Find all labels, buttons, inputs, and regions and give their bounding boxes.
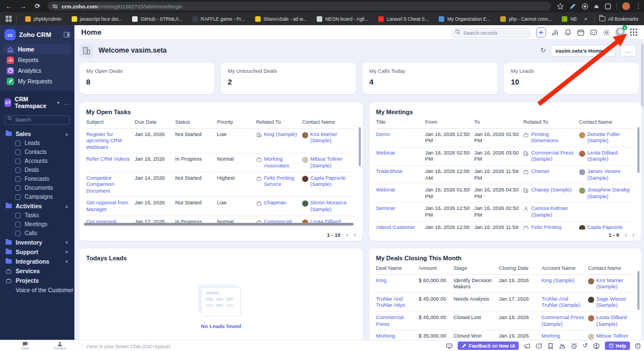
vertical-scrollbar[interactable] <box>637 127 640 173</box>
zia-face-icon[interactable] <box>535 343 542 349</box>
record-link[interactable]: Mitsue Tollner <box>596 333 628 340</box>
record-link[interactable]: Chemel <box>531 169 549 175</box>
smart-chat-input[interactable] <box>87 341 446 351</box>
record-link[interactable]: Chapman <box>264 200 286 207</box>
record-link[interactable]: Printing Dimensions <box>531 132 575 144</box>
bookmark-item-phpmyadmin[interactable]: phpMyAdmin <box>21 15 65 23</box>
record-link[interactable]: Feltz Printing Service <box>531 224 575 230</box>
tab-groups-icon[interactable] <box>6 16 12 22</box>
help-button[interactable]: ? Help <box>605 341 630 350</box>
apps-grid-icon[interactable] <box>630 29 637 36</box>
feedback-new-ui-button[interactable]: Feedback on New UI <box>458 341 519 350</box>
column-header-account-name[interactable]: Account Name <box>542 265 588 272</box>
record-link[interactable]: Demo <box>376 132 390 137</box>
record-link[interactable]: Truhlar And Truhlar (Sample) <box>542 296 580 308</box>
column-header-contact-name[interactable]: Contact Name <box>579 119 634 126</box>
column-header-deal-name[interactable]: Deal Name <box>376 265 419 272</box>
record-link[interactable]: Mitsue Tollner (Sample) <box>311 156 352 169</box>
ribbon-icon[interactable] <box>547 343 554 349</box>
record-link[interactable]: Simon Morasca (Sample) <box>311 200 352 213</box>
calculator-icon[interactable] <box>635 343 641 349</box>
person-circle-icon[interactable] <box>593 343 600 349</box>
chat-icon[interactable] <box>590 29 598 36</box>
bookmark-item-javascript-face-det[interactable]: javascript face det... <box>68 15 126 23</box>
record-link[interactable]: Feltz Printing Service <box>264 175 298 188</box>
bookmark-item-neon-microsoft[interactable]: NEON - Microsoft... <box>558 15 577 23</box>
sidebar-search-input[interactable] <box>4 115 70 125</box>
column-header-due-date[interactable]: Due Date <box>135 119 175 126</box>
zia-peaks-icon[interactable] <box>559 343 566 349</box>
record-link[interactable]: Webinar <box>376 150 395 156</box>
sidebar-item-home[interactable]: Home <box>3 44 71 54</box>
sidebar-item-analytics[interactable]: Analytics <box>3 65 71 76</box>
site-settings-icon[interactable] <box>52 3 58 10</box>
sidebar-section-voice-of-the-customer[interactable]: Voice of the Customer <box>0 286 74 295</box>
column-header-amount[interactable]: Amount <box>419 265 453 272</box>
sidebar-collapse-icon[interactable] <box>64 32 70 38</box>
record-link[interactable]: King (Sample) <box>542 278 575 283</box>
record-link[interactable]: James Venere (Sample) <box>587 169 631 181</box>
record-link[interactable]: Kris Marrier (Sample) <box>596 278 631 291</box>
sidebar-item-calls[interactable]: Calls <box>0 229 74 238</box>
bookmark-item-laravel-5-cheat-s[interactable]: Laravel 5 Cheat S... <box>374 15 433 23</box>
dashboard-more-button[interactable]: ... <box>620 45 636 57</box>
record-link[interactable]: Seminar <box>376 205 396 211</box>
all-bookmarks-button[interactable]: All Bookmarks <box>599 16 638 22</box>
record-link[interactable]: Donette Foller (Sample) <box>587 132 631 144</box>
vertical-scrollbar[interactable] <box>637 271 640 310</box>
user-avatar[interactable]: 1 <box>615 27 625 37</box>
extensions-icon[interactable] <box>604 3 612 10</box>
address-bar[interactable]: crm.zoho.com/crm/org911682715/tab/Home/b… <box>48 2 551 11</box>
gear-icon[interactable] <box>603 29 610 36</box>
record-link[interactable]: Commercial Press (Sample) <box>531 150 575 163</box>
sidebar-item-deals[interactable]: Deals <box>0 166 74 175</box>
reload-icon[interactable]: ⟳ <box>33 2 42 10</box>
kpi-card-my-untouched-deals[interactable]: My Untouched Deals2 <box>221 63 356 94</box>
record-link[interactable]: Truhlar And Truhlar Attys <box>376 296 405 308</box>
extension-pen-icon[interactable] <box>569 3 576 10</box>
record-link[interactable]: Leota Dilliard (Sample) <box>596 315 631 327</box>
kpi-card-my-open-deals[interactable]: My Open Deals8 <box>79 63 214 94</box>
teamspace-selector[interactable]: CT CRM Teamspace ▼ ... <box>0 91 74 111</box>
sidebar-section-support[interactable]: Support▼ <box>0 247 74 257</box>
record-link[interactable]: Josephine Darakjy (Sample) <box>587 187 631 200</box>
column-header-to[interactable]: To <box>474 119 524 126</box>
column-header-related-to[interactable]: Related To <box>256 119 302 126</box>
bookmark-item-shareasale-ad-w[interactable]: ShareASale - ad w... <box>251 15 311 23</box>
cast-icon[interactable] <box>594 3 599 9</box>
column-header-contact-name[interactable]: Contact Name <box>302 119 356 126</box>
forward-icon[interactable]: → <box>19 2 28 10</box>
record-link[interactable]: Carissa Kidman (Sample) <box>531 205 575 218</box>
record-link[interactable]: Get Apporval from Manager <box>86 200 128 212</box>
sidebar-item-leads[interactable]: Leads <box>0 139 74 148</box>
sidebar-section-services[interactable]: Services <box>0 266 74 276</box>
home-view-selector[interactable]: vasim.seta's Home▼ <box>551 45 615 57</box>
page-scrollbar[interactable] <box>641 44 643 106</box>
record-link[interactable]: Kris Marrier (Sample) <box>311 132 352 144</box>
alarm-icon[interactable] <box>571 343 577 349</box>
horizontal-scrollbar[interactable] <box>84 223 354 226</box>
record-link[interactable]: Commercial Press <box>376 315 404 327</box>
contacts-tab[interactable]: Contacts <box>43 341 77 350</box>
next-page-icon[interactable]: › <box>354 231 356 238</box>
column-header-status[interactable]: Status <box>175 119 217 126</box>
next-page-icon[interactable]: › <box>632 231 634 238</box>
bookmark-item-neon-board-agil[interactable]: NEON board - Agil... <box>313 15 372 23</box>
bookmark-item-php-cannot-conn[interactable]: php - Cannot conn... <box>496 15 556 23</box>
browser-profile-avatar[interactable] <box>622 2 630 10</box>
sidebar-section-integrations[interactable]: Integrations▼ <box>0 257 74 266</box>
megaphone-icon[interactable] <box>524 343 530 349</box>
record-link[interactable]: King <box>376 278 387 283</box>
sidebar-item-reports[interactable]: Reports <box>3 55 71 65</box>
sidebar-item-accounts[interactable]: Accounts <box>0 157 74 166</box>
history-icon[interactable]: ↺ <box>582 343 587 349</box>
calendar-icon[interactable] <box>577 29 585 36</box>
record-link[interactable]: Chanay (Sample) <box>531 187 571 194</box>
sidebar-item-documents[interactable]: Documents <box>0 184 74 193</box>
quick-create-button[interactable] <box>536 27 546 38</box>
record-link[interactable]: Morlong Associates <box>264 156 298 169</box>
chats-tab[interactable]: Chats <box>8 341 43 350</box>
signals-icon[interactable] <box>551 29 559 36</box>
bookmarks-overflow-icon[interactable]: » <box>582 16 590 22</box>
prev-page-icon[interactable]: ‹ <box>625 231 627 238</box>
